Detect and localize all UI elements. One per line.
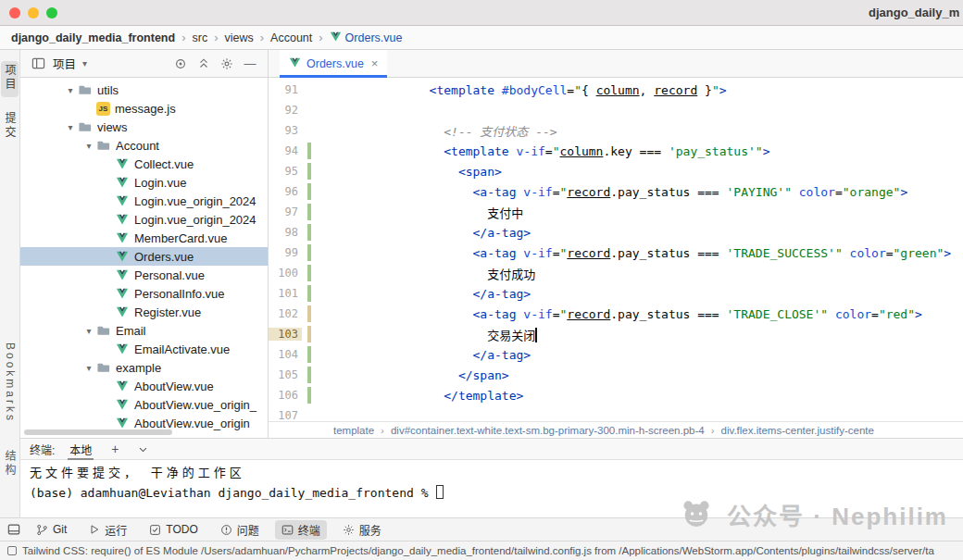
code-segment: record — [567, 246, 610, 260]
zoom-window-button[interactable] — [46, 7, 57, 19]
chevron-down-icon[interactable]: ▾ — [82, 58, 87, 68]
code-text: <!-- 支付状态 --> — [328, 122, 557, 140]
tree-item[interactable]: AboutView.vue_origin_ — [20, 395, 268, 414]
horizontal-scrollbar[interactable] — [24, 429, 172, 435]
tree-item[interactable]: PersonalInfo.vue — [20, 284, 268, 303]
tree-item[interactable]: AboutView.vue — [20, 377, 268, 395]
status-bar: Tailwind CSS: require() of ES Module /Us… — [0, 541, 963, 560]
line-number[interactable]: 105 — [269, 368, 302, 381]
editor-breadcrumb-item[interactable]: div#container.text-white.text-sm.bg-prim… — [391, 425, 705, 436]
line-number[interactable]: 104 — [269, 348, 302, 361]
tree-item[interactable]: ▾Email — [20, 321, 268, 340]
tree-item[interactable]: Collect.vue — [20, 155, 268, 173]
window-layout-icon[interactable] — [7, 523, 20, 536]
line-number[interactable]: 101 — [269, 287, 302, 300]
line-number[interactable]: 106 — [269, 389, 302, 402]
vcs-change-marker — [307, 102, 311, 118]
tree-item[interactable]: ▾example — [20, 358, 268, 377]
services-button[interactable]: 服务 — [336, 520, 388, 540]
settings-icon[interactable] — [219, 56, 235, 72]
tool-window-structure-label: 结构 — [2, 450, 18, 478]
code-segment: > — [900, 185, 907, 199]
chevron-down-icon[interactable] — [134, 441, 151, 457]
new-terminal-icon[interactable]: + — [106, 441, 123, 457]
tree-item[interactable]: Orders.vue — [20, 247, 268, 266]
code-segment: > — [915, 307, 922, 321]
line-number[interactable]: 94 — [269, 144, 302, 157]
git-button[interactable]: Git — [30, 521, 73, 538]
chevron-right-icon: › — [319, 31, 322, 44]
collapse-all-icon[interactable] — [195, 56, 212, 72]
line-number[interactable]: 103 — [269, 328, 302, 341]
breadcrumb-item-src[interactable]: src — [192, 31, 207, 44]
hide-panel-icon[interactable]: — — [242, 56, 258, 72]
code-editor[interactable]: 91 <template #bodyCell="{ column, record… — [269, 78, 963, 421]
tool-window-project-button[interactable]: 项目 — [1, 61, 19, 97]
chevron-down-icon[interactable]: ▾ — [81, 363, 96, 373]
titlebar: django_daily_m — [0, 0, 963, 26]
minimize-window-button[interactable] — [28, 7, 39, 19]
chevron-down-icon[interactable]: ▾ — [81, 141, 96, 151]
run-button[interactable]: 运行 — [82, 520, 133, 540]
code-text: <a-tag v-if="record.pay_status === 'TRAD… — [328, 246, 951, 260]
chevron-down-icon[interactable]: ▾ — [63, 85, 78, 95]
code-segment: #bodyCell — [494, 83, 567, 97]
tree-item[interactable]: Login.vue_origin_2024 — [20, 192, 268, 210]
terminal-output[interactable]: 无文件要提交， 干净的工作区 (base) adamhuan@Leviathan… — [20, 460, 963, 517]
tree-item[interactable]: Login.vue_origin_2024 — [20, 210, 268, 229]
tree-item[interactable]: MemberCard.vue — [20, 229, 268, 247]
close-window-button[interactable] — [9, 7, 20, 19]
tree-item[interactable]: ▾Account — [20, 136, 268, 155]
tab-orders-vue[interactable]: Orders.vue × — [280, 50, 387, 77]
project-pane-title[interactable]: 项目 — [53, 55, 76, 72]
terminal-prompt: (base) adamhuan@Leviathan django_daily_m… — [30, 486, 435, 500]
tree-item[interactable]: Personal.vue — [20, 266, 268, 284]
line-number[interactable]: 97 — [269, 205, 302, 218]
code-segment: "red" — [879, 307, 915, 321]
status-message: Tailwind CSS: require() of ES Module /Us… — [22, 545, 934, 556]
problems-button[interactable]: 问题 — [214, 520, 266, 540]
breadcrumb-item-file[interactable]: Orders.vue — [330, 31, 403, 45]
tool-window-structure-button[interactable]: 结构 — [2, 450, 18, 480]
breadcrumb-item-account[interactable]: Account — [270, 31, 312, 44]
code-segment: .pay_status === — [610, 246, 726, 260]
breadcrumb-item-project[interactable]: django_daily_media_frontend — [11, 31, 175, 44]
line-number[interactable]: 107 — [269, 409, 302, 421]
tree-item-label: example — [116, 361, 161, 375]
line-number[interactable]: 93 — [269, 124, 302, 137]
line-number[interactable]: 98 — [269, 226, 302, 239]
tree-item-label: Login.vue_origin_2024 — [134, 194, 256, 208]
line-number[interactable]: 102 — [269, 307, 302, 320]
line-number[interactable]: 91 — [269, 83, 302, 96]
tree-item[interactable]: Register.vue — [20, 303, 268, 321]
tree-item[interactable]: EmailActivate.vue — [20, 340, 268, 358]
line-number[interactable]: 100 — [269, 267, 302, 280]
vue-icon — [115, 379, 130, 393]
code-line: 103 交易关闭 — [269, 324, 963, 344]
locate-file-icon[interactable] — [172, 56, 189, 72]
code-segment: record — [567, 185, 610, 199]
tree-item-label: message.js — [115, 102, 176, 116]
tree-item[interactable]: JSmessage.js — [20, 99, 268, 118]
code-segment: 'PAYING'" — [727, 185, 792, 199]
line-number[interactable]: 96 — [269, 185, 302, 198]
tool-window-commit-button[interactable]: 提交 — [2, 112, 18, 143]
tool-window-commit-label: 提交 — [2, 112, 18, 140]
editor-breadcrumb-item[interactable]: div.flex.items-center.justify-cente — [721, 425, 874, 436]
todo-button[interactable]: TODO — [143, 521, 204, 538]
terminal-tab-local[interactable]: 本地 — [66, 439, 95, 460]
line-number[interactable]: 95 — [269, 165, 302, 178]
breadcrumb-item-views[interactable]: views — [224, 31, 253, 44]
line-number[interactable]: 92 — [269, 104, 302, 117]
terminal-button[interactable]: 终端 — [275, 520, 327, 540]
close-icon[interactable]: × — [371, 56, 379, 70]
tree-item[interactable]: ▾views — [20, 118, 268, 136]
editor-breadcrumb-item[interactable]: template — [333, 425, 374, 436]
tree-item[interactable]: Login.vue — [20, 173, 268, 192]
line-number[interactable]: 99 — [269, 246, 302, 259]
chevron-down-icon[interactable]: ▾ — [81, 326, 96, 336]
code-segment: .key === — [603, 144, 668, 158]
tree-item[interactable]: ▾utils — [20, 81, 268, 99]
tool-window-bookmarks-button[interactable]: Bookmarks — [4, 342, 17, 426]
chevron-down-icon[interactable]: ▾ — [63, 122, 78, 132]
